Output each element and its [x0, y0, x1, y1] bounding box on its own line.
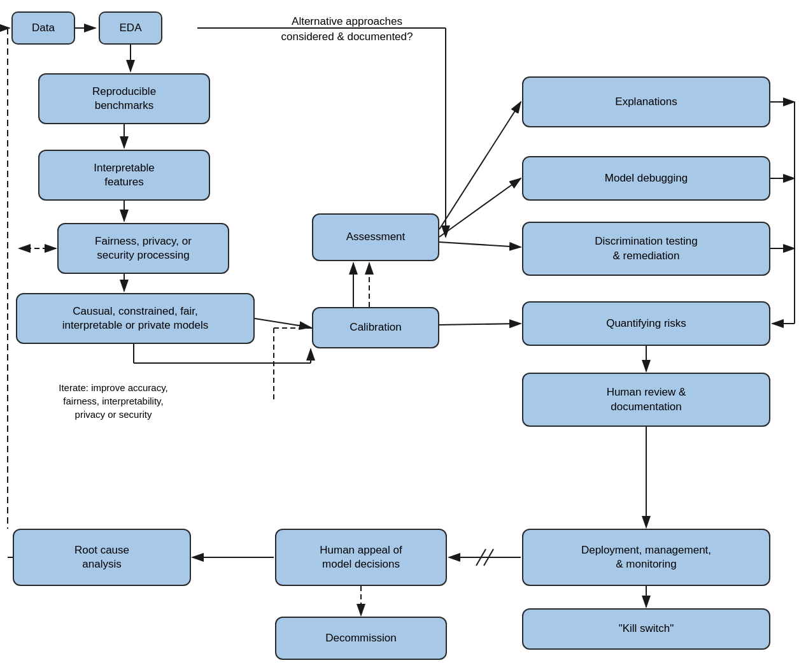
svg-line-17 [439, 102, 521, 229]
node-decommission: Decommission [275, 617, 447, 660]
diagram-container: Data EDA Reproduciblebenchmarks Interpre… [0, 0, 799, 672]
svg-line-29 [476, 549, 486, 566]
node-fairness: Fairness, privacy, orsecurity processing [57, 223, 229, 274]
svg-line-18 [439, 178, 521, 237]
node-root-cause: Root causeanalysis [13, 529, 191, 586]
node-benchmarks: Reproduciblebenchmarks [38, 73, 210, 124]
node-quantifying: Quantifying risks [522, 301, 770, 346]
node-discrimination: Discrimination testing& remediation [522, 222, 770, 276]
node-deployment: Deployment, management,& monitoring [522, 529, 770, 586]
node-human-review: Human review &documentation [522, 373, 770, 427]
node-calibration: Calibration [312, 307, 439, 348]
svg-line-19 [439, 242, 521, 247]
node-eda: EDA [99, 11, 162, 45]
node-causal: Causual, constrained, fair,interpretable… [16, 293, 255, 344]
node-data: Data [11, 11, 75, 45]
svg-line-14 [255, 318, 311, 327]
node-kill-switch: "Kill switch" [522, 608, 770, 650]
node-model-debugging: Model debugging [522, 156, 770, 201]
label-iterate: Iterate: improve accuracy,fairness, inte… [18, 381, 209, 421]
node-human-appeal: Human appeal ofmodel decisions [275, 529, 447, 586]
svg-line-28 [484, 549, 493, 566]
node-assessment: Assessment [312, 213, 439, 261]
label-alternative: Alternative approachesconsidered & docum… [248, 14, 446, 45]
node-explanations: Explanations [522, 76, 770, 127]
svg-line-20 [439, 324, 521, 325]
node-interpretable-features: Interpretablefeatures [38, 150, 210, 201]
